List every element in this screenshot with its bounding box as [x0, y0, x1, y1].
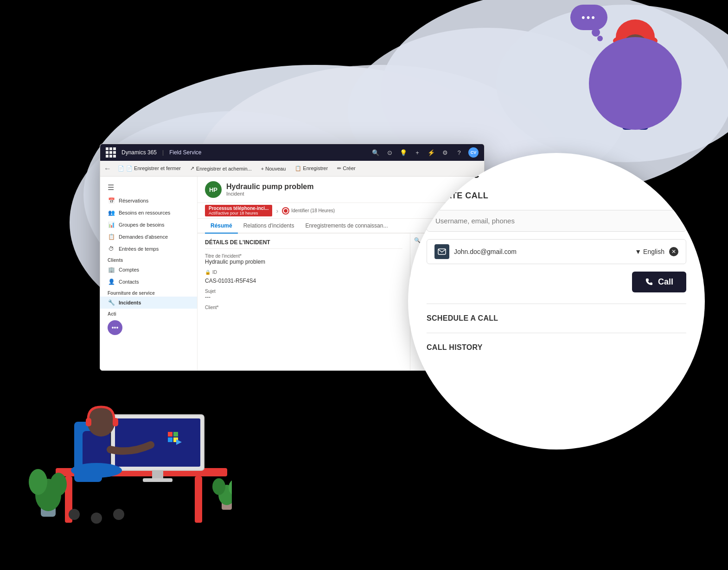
save-close-icon: 📄	[118, 165, 124, 171]
divider-1	[427, 304, 686, 304]
phone-icon	[645, 278, 654, 287]
search-icon[interactable]: 🔍	[371, 148, 380, 157]
tab-relations[interactable]: Relations d'incidents	[238, 219, 300, 233]
clients-group-label: Clients	[100, 255, 197, 264]
create-btn[interactable]: ✏ Créer	[334, 165, 358, 172]
svg-rect-29	[173, 432, 178, 437]
incidents-label: Incidents	[119, 300, 141, 305]
svg-point-50	[283, 209, 288, 213]
field-subject: Sujet ---	[205, 289, 402, 300]
resources-label: Besoins en ressources	[119, 210, 170, 215]
call-button-row: Call	[427, 272, 686, 292]
create-label: ✏ Créer	[337, 165, 356, 171]
sidebar-item-contacts[interactable]: 👤 Contacts	[100, 276, 197, 288]
field-id-value: CAS-01031-R5F4S4	[205, 278, 402, 284]
dynamics-logo	[106, 147, 116, 158]
svg-point-39	[69, 509, 80, 520]
schedule-call-section: SCHEDULE A CALL	[427, 310, 686, 327]
new-label: + Nouveau	[261, 166, 286, 171]
viibe-header: ri Viibe	[408, 153, 705, 191]
save-route-label: Enregistrer et achemin...	[196, 166, 252, 171]
field-client: Client*	[205, 305, 402, 310]
field-id-icon: 🔒ID	[205, 270, 402, 275]
viibe-logo-text: Viibe	[449, 166, 479, 181]
incidents-icon: 🔧	[108, 299, 115, 306]
accounts-icon: 🏢	[108, 266, 115, 273]
field-title-label: Titre de l'incident*	[205, 253, 402, 259]
sidebar-item-absence[interactable]: 📋 Demandes d'absence	[100, 231, 197, 243]
search-input-container	[427, 210, 686, 232]
call-button[interactable]: Call	[632, 272, 686, 292]
time-label: Entrées de temps	[119, 246, 159, 252]
back-button[interactable]: ←	[104, 165, 111, 173]
search-input[interactable]	[427, 210, 686, 232]
svg-point-40	[91, 513, 102, 524]
dynamics-sidebar: ☰ 📅 Réservations 👥 Besoins en ressources…	[100, 177, 198, 370]
svg-rect-37	[113, 418, 118, 426]
viibe-content: INITIATE CALL John.doc@gmail	[408, 191, 705, 450]
sidebar-item-accounts[interactable]: 🏢 Comptes	[100, 264, 197, 276]
incident-title: Hydraulic pump problem	[226, 183, 313, 191]
field-client-label: Client*	[205, 305, 402, 310]
absence-label: Demandes d'absence	[119, 234, 168, 240]
language-dropdown[interactable]: ▼ English	[635, 248, 664, 255]
incident-subtitle: Incident	[226, 191, 313, 196]
step-label: Identifier (18 Heures)	[291, 208, 335, 213]
svg-point-45	[50, 473, 67, 496]
dynamics-module-label: Field Service	[169, 149, 201, 156]
svg-point-44	[29, 469, 47, 495]
sidebar-hamburger[interactable]: ☰	[100, 180, 197, 195]
tab-knowledge[interactable]: Enregistrements de connaissan...	[300, 219, 393, 233]
chat-bubble-btn[interactable]: •••	[108, 320, 122, 335]
incident-title-group: Hydraulic pump problem Incident	[226, 183, 313, 196]
dynamics-brand-label: Dynamics 365	[121, 149, 157, 156]
divider-2	[427, 333, 686, 333]
reservations-icon: 📅	[108, 197, 115, 204]
speech-bubble: •••	[570, 5, 607, 30]
tab-resume[interactable]: Résumé	[205, 219, 238, 234]
svg-point-41	[113, 509, 124, 520]
save-route-btn[interactable]: ↗ Enregistrer et achemin...	[187, 165, 255, 172]
field-subject-label: Sujet	[205, 289, 402, 294]
svg-rect-51	[438, 249, 446, 254]
call-label: Call	[658, 277, 673, 287]
call-history-title: CALL HISTORY	[427, 339, 686, 356]
sidebar-item-time[interactable]: ⏱ Entrées de temps	[100, 243, 197, 255]
incident-avatar: HP	[205, 181, 222, 198]
viibe-panel-container: ri Viibe INITIATE CALL	[390, 153, 705, 450]
svg-rect-30	[168, 437, 172, 442]
viibe-circle: ri Viibe INITIATE CALL	[408, 153, 705, 450]
svg-rect-28	[168, 432, 172, 437]
process-badge-title: Processus téléphone-inci...	[209, 206, 268, 211]
svg-point-48	[212, 478, 225, 495]
activity-group-label: Acti	[100, 309, 197, 317]
viibe-logo-letters: ri	[433, 169, 439, 179]
time-icon: ⏱	[108, 245, 115, 253]
save-close-btn[interactable]: 📄 📄 Enregistrer et fermer	[115, 165, 184, 172]
service-group-label: Fourniture de service	[100, 288, 197, 297]
remove-contact-btn[interactable]: ✕	[669, 247, 678, 256]
contacts-icon: 👤	[108, 278, 115, 285]
sidebar-item-reservations[interactable]: 📅 Réservations	[100, 195, 197, 207]
sidebar-item-incidents[interactable]: 🔧 Incidents	[100, 297, 197, 309]
svg-rect-24	[115, 418, 200, 467]
field-title-value: Hydraulic pump problem	[205, 259, 402, 265]
sidebar-item-groups[interactable]: 📊 Groupes de besoins	[100, 219, 197, 231]
register-btn[interactable]: 📋 Enregistrer	[292, 165, 331, 172]
resources-icon: 👥	[108, 209, 115, 216]
sidebar-item-resources[interactable]: 👥 Besoins en ressources	[100, 207, 197, 219]
field-title: Titre de l'incident* Hydraulic pump prob…	[205, 253, 402, 265]
contacts-label: Contacts	[119, 279, 139, 285]
background: •••	[0, 0, 728, 570]
reservations-label: Réservations	[119, 198, 148, 203]
process-badge-status: Actif/active pour 18 heures	[209, 211, 268, 215]
new-btn[interactable]: + Nouveau	[258, 165, 289, 172]
save-close-label: 📄 Enregistrer et fermer	[126, 165, 181, 171]
language-label: English	[643, 248, 664, 255]
contact-chip: John.doc@gmail.com ▼ English ✕	[427, 239, 686, 264]
groups-icon: 📊	[108, 221, 115, 228]
svg-rect-36	[86, 418, 91, 426]
worker-character: •••	[584, 9, 686, 158]
field-subject-value: ---	[205, 294, 402, 300]
viibe-logo: ri Viibe	[427, 164, 479, 184]
